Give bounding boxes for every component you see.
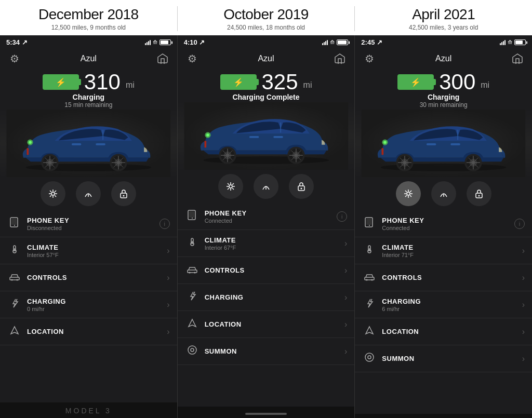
- menu-item-car-2[interactable]: CONTROLS ›: [355, 264, 532, 291]
- menu-item-charging-0[interactable]: CHARGING 0 mi/hr ›: [0, 291, 177, 318]
- menu-subtitle-0: Connected: [205, 218, 337, 224]
- info-icon-0[interactable]: i: [159, 219, 170, 229]
- range-number-1: 325: [262, 71, 298, 93]
- status-time-2: 2:45 ↗: [361, 38, 382, 46]
- menu-subtitle-1: Interior 67°F: [205, 245, 344, 251]
- menu-right-2: ›: [522, 273, 525, 282]
- defrost-button-1[interactable]: [218, 174, 243, 199]
- menu-item-thermometer-2[interactable]: CLIMATE Interior 71°F ›: [355, 237, 532, 264]
- svg-point-44: [17, 279, 18, 281]
- battery-section-1: ⚡ 325 mi Charging Complete: [178, 69, 355, 102]
- status-bar-1: 4:10 ↗ ⟰: [178, 35, 355, 48]
- battery-status-icon-0: [159, 39, 171, 45]
- header-title-0: December 2018: [0, 6, 177, 23]
- chevron-icon-4: ›: [344, 320, 347, 329]
- svg-rect-114: [451, 143, 461, 145]
- car-image-2: [355, 110, 532, 177]
- defrost-button-2[interactable]: [396, 181, 421, 206]
- phone-1: 4:10 ↗ ⟰ ⚙ Azul: [178, 35, 355, 418]
- svg-rect-69: [204, 141, 206, 147]
- menu-item-summon-2[interactable]: SUMMON ›: [355, 345, 532, 372]
- menu-item-phone-key-1[interactable]: PHONE KEY Connected i: [178, 203, 355, 230]
- header-col-0: December 2018 12,500 miles, 9 months old: [0, 6, 178, 31]
- chevron-icon-3: ›: [522, 300, 525, 309]
- menu-item-phone-key-0[interactable]: PHONE KEY Disconnected i: [0, 210, 177, 237]
- svg-line-29: [50, 191, 51, 192]
- menu-content-2: CONTROLS: [27, 274, 167, 281]
- menu-title-2: CONTROLS: [205, 266, 344, 274]
- range-number-2: 300: [439, 71, 475, 93]
- menu-title-5: SUMMON: [382, 355, 522, 362]
- menu-title-0: PHONE KEY: [27, 217, 159, 224]
- svg-rect-83: [189, 211, 194, 218]
- svg-line-31: [55, 191, 57, 192]
- menu-icon-location: [7, 325, 22, 339]
- defrost-button-0[interactable]: [41, 181, 65, 206]
- wipers-button-1[interactable]: [254, 174, 278, 199]
- menu-right-3: ›: [344, 293, 347, 302]
- svg-line-126: [405, 195, 407, 197]
- menu-item-phone-key-2[interactable]: PHONE KEY Connected i: [355, 210, 532, 237]
- bolt-icon-2: ⚡: [410, 77, 421, 87]
- bottom-bar-1: [178, 407, 355, 418]
- svg-point-116: [384, 141, 387, 144]
- chevron-icon-3: ›: [344, 293, 347, 302]
- header-subtitle-0: 12,500 miles, 9 months old: [0, 24, 177, 31]
- menu-right-4: ›: [344, 320, 347, 329]
- gear-icon-2[interactable]: ⚙: [362, 51, 377, 66]
- wifi-icon-1: ⟰: [330, 39, 335, 46]
- info-icon-0[interactable]: i: [337, 211, 347, 222]
- gear-icon-0[interactable]: ⚙: [7, 51, 22, 66]
- status-bar-2: 2:45 ↗ ⟰: [355, 35, 532, 48]
- menu-icon-summon: [362, 352, 377, 366]
- info-icon-0[interactable]: i: [514, 219, 525, 229]
- signal-icon-1: [322, 40, 328, 45]
- menu-item-thermometer-0[interactable]: CLIMATE Interior 57°F ›: [0, 237, 177, 264]
- action-buttons-0: [0, 177, 177, 210]
- menu-item-location-1[interactable]: LOCATION ›: [178, 311, 355, 338]
- menu-subtitle-1: Interior 71°F: [382, 252, 522, 258]
- lock-button-0[interactable]: [111, 181, 136, 206]
- signal-icon-2: [500, 40, 506, 45]
- signal-icon-0: [145, 40, 151, 45]
- charge-status-2: Charging: [428, 93, 459, 101]
- top-bar-0: ⚙ Azul: [0, 48, 177, 69]
- menu-item-summon-1[interactable]: SUMMON ›: [178, 338, 355, 365]
- menu-item-car-0[interactable]: CONTROLS ›: [0, 264, 177, 291]
- phones-row: 5:34 ↗ ⟰ ⚙ Azul: [0, 35, 532, 418]
- svg-rect-65: [249, 136, 259, 138]
- phone-0: 5:34 ↗ ⟰ ⚙ Azul: [0, 35, 178, 418]
- phone-2: 2:45 ↗ ⟰ ⚙ Azul: [355, 35, 532, 418]
- header-subtitle-1: 24,500 miles, 18 months old: [178, 24, 355, 31]
- svg-rect-42: [10, 277, 19, 280]
- chevron-icon-2: ›: [522, 273, 525, 282]
- svg-point-24: [51, 192, 55, 195]
- menu-title-4: LOCATION: [382, 328, 522, 335]
- menu-list-1: PHONE KEY Connected i CLIMATE Interior 6…: [178, 203, 355, 407]
- menu-icon-location: [185, 317, 200, 331]
- charge-status-0: Charging: [73, 93, 104, 101]
- menu-item-charging-2[interactable]: CHARGING 6 mi/hr ›: [355, 291, 532, 318]
- box-icon-1[interactable]: [332, 51, 347, 66]
- wipers-button-2[interactable]: [431, 181, 456, 206]
- chevron-icon-2: ›: [344, 266, 347, 275]
- menu-item-location-0[interactable]: LOCATION ›: [0, 318, 177, 345]
- box-icon-0[interactable]: [155, 51, 170, 66]
- menu-item-thermometer-1[interactable]: CLIMATE Interior 67°F ›: [178, 230, 355, 257]
- box-icon-2[interactable]: [510, 51, 525, 66]
- menu-item-charging-1[interactable]: CHARGING ›: [178, 284, 355, 311]
- menu-item-location-2[interactable]: LOCATION ›: [355, 318, 532, 345]
- gear-icon-1[interactable]: ⚙: [185, 51, 200, 66]
- wipers-button-0[interactable]: [76, 181, 101, 206]
- svg-point-68: [206, 133, 209, 137]
- chevron-icon-5: ›: [522, 354, 525, 363]
- menu-item-car-1[interactable]: CONTROLS ›: [178, 257, 355, 284]
- lock-button-1[interactable]: [289, 174, 314, 199]
- car-name-1: Azul: [258, 54, 274, 63]
- svg-point-22: [29, 141, 32, 144]
- lock-button-2[interactable]: [467, 181, 491, 206]
- svg-line-124: [410, 195, 411, 197]
- menu-title-1: CLIMATE: [27, 244, 167, 251]
- ev-battery-0: ⚡: [43, 74, 79, 90]
- svg-point-89: [189, 272, 190, 274]
